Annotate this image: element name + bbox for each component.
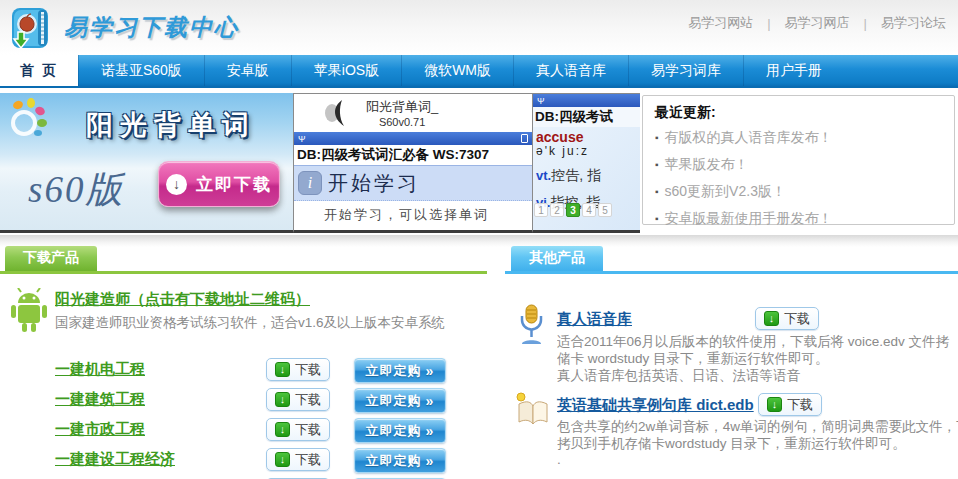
page-button-4[interactable]: 4 [582, 203, 596, 217]
order-button[interactable]: 立即定购» [354, 448, 446, 473]
download-button[interactable]: ↓下载 [266, 388, 330, 411]
top-link-separator: | [864, 16, 867, 31]
update-item[interactable]: ▪s60更新到V2.3版！ [655, 178, 942, 205]
page-button-1[interactable]: 1 [534, 203, 548, 217]
order-button[interactable]: 立即定购» [354, 358, 446, 383]
order-button[interactable]: 立即定购» [354, 388, 446, 413]
download-arrow-icon: ↓ [275, 362, 290, 377]
download-button[interactable]: ↓下载 [266, 418, 330, 441]
other-product-desc: 包含共享的约2w单词音标，4w单词的例句，简明词典需要此文件，下 [557, 418, 958, 436]
page: 易学习下载中心 易学习网站 | 易学习网店 | 易学习论坛 首 页 诺基亚S60… [0, 0, 958, 479]
phone1-db-line: DB:四级考试词汇必备 WS:7307 [294, 145, 532, 165]
download-button[interactable]: ↓下载 [758, 393, 822, 416]
chevron-right-icon: » [426, 363, 435, 379]
top-link-shop[interactable]: 易学习网店 [785, 14, 850, 32]
chevron-right-icon: » [426, 423, 435, 439]
bullet-icon: ▪ [655, 213, 659, 224]
product-row: 一建市政工程 ↓下载 立即定购» [0, 418, 487, 444]
site-logo[interactable]: 易学习下载中心 [8, 4, 239, 50]
recent-updates-title: 最近更新: [655, 104, 942, 122]
promo-banner: 阳光背单词 s60版 ↓ 立即下载 [0, 93, 293, 233]
nav-voice-library[interactable]: 真人语音库 [513, 55, 628, 86]
other-product-link[interactable]: 真人语音库 [557, 310, 632, 329]
nav-nokia-s60[interactable]: 诺基亚S60版 [78, 55, 204, 86]
download-arrow-icon: ↓ [275, 452, 290, 467]
download-arrow-icon: ↓ [767, 397, 782, 412]
download-button[interactable]: ↓下载 [266, 448, 330, 471]
phone1-header: 阳光背单词_ S60v0.71 [294, 94, 532, 132]
product-link[interactable]: 一建机电工程 [55, 360, 145, 379]
download-arrow-icon: ↓ [166, 174, 187, 195]
phone1-app-titles: 阳光背单词_ S60v0.71 [366, 98, 438, 128]
microphone-icon [513, 304, 549, 346]
bullet-icon: ▪ [655, 132, 659, 143]
nav-android[interactable]: 安卓版 [204, 55, 291, 86]
other-product-desc: 储卡 wordstudy 目录下，重新运行软件即可。 [557, 350, 958, 368]
phone2-status-bar: Ψ [533, 94, 640, 107]
nav-user-manual[interactable]: 用户手册 [743, 55, 844, 86]
update-item[interactable]: ▪安卓版最新使用手册发布！ [655, 205, 942, 232]
download-button[interactable]: ↓下载 [755, 307, 819, 330]
blue-rule [505, 271, 958, 274]
other-product-link[interactable]: 英语基础共享例句库 dict.edb [557, 396, 754, 415]
phone2-pagination: 1 2 3 4 5 [534, 203, 612, 217]
signal-icon: Ψ [537, 96, 545, 106]
phone1-menu-item-selected[interactable]: i 开始学习 [294, 165, 532, 201]
android-icon [8, 288, 50, 334]
signal-icon: Ψ [298, 134, 306, 144]
phone2-word: accuse [536, 130, 640, 144]
bullet-icon: ▪ [655, 159, 659, 170]
product-row: 一建建筑工程 ↓下载 立即定购» [0, 388, 487, 414]
phone1-app-version: S60v0.71 [366, 116, 438, 128]
phone1-status-bar: Ψ [294, 132, 532, 145]
other-product-desc: 适合2011年06月以后版本的软件使用，下载后将 voice.edv 文件拷 [557, 333, 958, 351]
phone2-meaning-vt: vt.控告, 指 [536, 167, 640, 185]
download-arrow-icon: ↓ [275, 422, 290, 437]
nav-apple-ios[interactable]: 苹果iOS版 [291, 55, 401, 86]
feature-product-link[interactable]: 阳光建造师（点击有下载地址二维码） [55, 290, 310, 309]
sun-logo-icon [4, 97, 50, 143]
info-icon: i [298, 171, 322, 195]
feature-product-desc: 国家建造师职业资格考试练习软件，适合v1.6及以上版本安卓系统 [55, 314, 475, 332]
page-button-3-active[interactable]: 3 [566, 203, 580, 217]
top-bar: 易学习下载中心 易学习网站 | 易学习网店 | 易学习论坛 [0, 0, 958, 55]
other-products-section: 其他产品 真人语音库 ↓下载 适合2011年06月以后版本的软件使用，下载后将 … [505, 246, 958, 479]
product-row: 一建机电工程 ↓下载 立即定购» [0, 358, 487, 384]
phone1-app-name: 阳光背单词_ [366, 98, 438, 116]
product-link[interactable]: 一建建筑工程 [55, 390, 145, 409]
download-button[interactable]: ↓下载 [266, 358, 330, 381]
banner-edition: s60版 [28, 165, 124, 215]
other-product-desc: 拷贝到手机存储卡wordstudy 目录下，重新运行软件即可。 [557, 435, 958, 453]
other-product-desc: . [557, 452, 958, 467]
product-link[interactable]: 一建建设工程经济 [55, 450, 175, 469]
phone-screenshot-2: Ψ DB:四级考试 accuse ə'k ju:z vt.控告, 指 vi.指控… [533, 93, 640, 233]
tab-other-products[interactable]: 其他产品 [511, 246, 603, 271]
download-products-section: 下载产品 阳光建造师（点击有下载地址二维码） 国家建造师职业资格考试练习软件，适… [0, 246, 487, 479]
other-product-desc: 真人语音库包括英语、日语、法语等语音 [557, 367, 958, 385]
recent-updates-panel: 最近更新: ▪有版权的真人语音库发布！ ▪苹果版发布！ ▪s60更新到V2.3版… [642, 95, 955, 225]
phone1-hint-line: 开始学习，可以选择单词 [294, 201, 532, 224]
green-rule [0, 271, 487, 274]
download-arrow-icon: ↓ [275, 392, 290, 407]
nav-windows-mobile[interactable]: 微软WM版 [401, 55, 513, 86]
product-link[interactable]: 一建市政工程 [55, 420, 145, 439]
top-link-separator: | [767, 16, 770, 31]
banner-title: 阳光背单词 [86, 107, 256, 143]
site-title: 易学习下载中心 [64, 12, 239, 43]
chevron-right-icon: » [426, 453, 435, 469]
top-link-forum[interactable]: 易学习论坛 [881, 14, 946, 32]
order-button[interactable]: 立即定购» [354, 418, 446, 443]
update-item[interactable]: ▪有版权的真人语音库发布！ [655, 124, 942, 151]
banner-download-button[interactable]: ↓ 立即下载 [158, 161, 280, 207]
top-links: 易学习网站 | 易学习网店 | 易学习论坛 [688, 14, 946, 32]
phone2-word-area: accuse ə'k ju:z vt.控告, 指 vi.指控, 指 1 2 3 … [533, 127, 640, 233]
update-item[interactable]: ▪苹果版发布！ [655, 151, 942, 178]
nav-word-library[interactable]: 易学习词库 [628, 55, 743, 86]
phone2-db-line: DB:四级考试 [533, 107, 640, 127]
nav-home[interactable]: 首 页 [0, 55, 78, 86]
tab-download-products[interactable]: 下载产品 [5, 246, 97, 271]
page-button-5[interactable]: 5 [598, 203, 612, 217]
page-button-2[interactable]: 2 [550, 203, 564, 217]
top-link-website[interactable]: 易学习网站 [688, 14, 753, 32]
hero-area: 阳光背单词 s60版 ↓ 立即下载 阳光背单词_ S60v0.71 Ψ [0, 93, 958, 235]
